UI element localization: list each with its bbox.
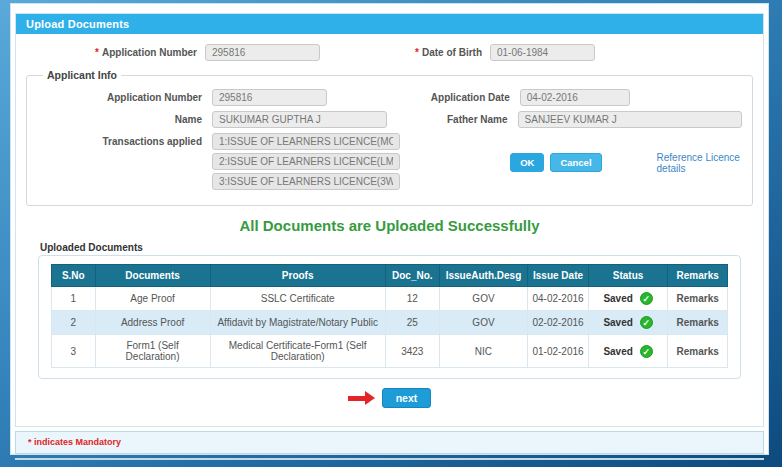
status-saved-text: Saved [603, 293, 632, 304]
cell-issue-date: 01-02-2016 [528, 335, 589, 368]
uploaded-documents-box: S.No Documents Proofs Doc_No. IssueAuth.… [38, 255, 741, 379]
table-row: 3 Form1 (Self Declaration) Medical Certi… [52, 335, 728, 368]
top-fields-row: *Application Number *Date of Birth [30, 44, 749, 61]
success-message: All Documents are Uploaded Successfully [30, 217, 749, 234]
transactions-label: Transactions applied [37, 133, 212, 190]
column-header-issue-auth: IssueAuth.Desg [439, 265, 527, 287]
document-link[interactable]: Form1 (Self Declaration) [95, 335, 210, 368]
dob-label: *Date of Birth [380, 47, 490, 58]
transaction-item-2[interactable] [212, 153, 400, 170]
saved-check-icon: ✓ [640, 292, 653, 305]
page-background: { "colors": { "frame_gradient_top": "#5a… [0, 0, 782, 467]
dob-input[interactable] [490, 44, 595, 61]
app-number-label: Application Number [37, 89, 212, 106]
transaction-item-1[interactable] [212, 133, 400, 150]
card-body: *Application Number *Date of Birth Appli… [16, 34, 763, 426]
dob-group: *Date of Birth [320, 44, 595, 61]
proof-link[interactable]: Medical Certificate-Form1 (Self Declarat… [210, 335, 385, 368]
cell-sno: 2 [52, 311, 96, 335]
empty-footer-panel [15, 458, 764, 460]
cell-doc-no: 25 [385, 311, 439, 335]
column-header-doc-no: Doc_No. [385, 265, 439, 287]
column-header-documents: Documents [95, 265, 210, 287]
column-header-issue-date: Issue Date [528, 265, 589, 287]
app-number-input[interactable] [212, 89, 327, 106]
mandatory-note: * indicates Mandatory [15, 431, 764, 454]
application-number-label: *Application Number [30, 47, 205, 58]
uploaded-documents-table: S.No Documents Proofs Doc_No. IssueAuth.… [51, 264, 728, 368]
cancel-button[interactable]: Cancel [550, 153, 601, 172]
proof-link[interactable]: Affidavit by Magistrate/Notary Public [210, 311, 385, 335]
cell-status: Saved✓ [588, 287, 667, 311]
saved-check-icon: ✓ [640, 345, 653, 358]
required-asterisk: * [415, 47, 419, 58]
cell-issue-auth: NIC [439, 335, 527, 368]
document-link[interactable]: Address Proof [95, 311, 210, 335]
cell-sno: 1 [52, 287, 96, 311]
ok-button[interactable]: OK [510, 153, 544, 172]
remarks-button[interactable]: Remarks [668, 311, 728, 335]
upload-documents-card: Upload Documents *Application Number *Da… [15, 13, 764, 427]
fieldset-row-1: Application Number Application Date [37, 89, 742, 106]
transaction-item-3[interactable] [212, 173, 400, 190]
required-asterisk: * [95, 47, 99, 58]
saved-check-icon: ✓ [640, 316, 653, 329]
fieldset-row-3: Transactions applied OK Cancel Referenc [37, 133, 742, 190]
table-row: 1 Age Proof SSLC Certificate 12 GOV 04-0… [52, 287, 728, 311]
cell-status: Saved✓ [588, 335, 667, 368]
status-saved-text: Saved [603, 346, 632, 357]
next-button-row: next [30, 388, 749, 408]
ok-cancel-row: OK Cancel Reference Licence details [510, 133, 742, 190]
column-header-sno: S.No [52, 265, 96, 287]
card-title: Upload Documents [16, 14, 763, 34]
reference-licence-details-link[interactable]: Reference Licence details [657, 152, 742, 174]
app-date-input[interactable] [520, 89, 630, 106]
name-input[interactable] [212, 111, 387, 128]
application-number-group: *Application Number [30, 44, 320, 61]
cell-status: Saved✓ [588, 311, 667, 335]
remarks-button[interactable]: Remarks [668, 335, 728, 368]
cell-issue-date: 04-02-2016 [528, 287, 589, 311]
cell-issue-auth: GOV [439, 311, 527, 335]
table-row: 2 Address Proof Affidavit by Magistrate/… [52, 311, 728, 335]
buttons-spacer [425, 133, 510, 190]
column-header-remarks: Remarks [668, 265, 728, 287]
applicant-info-fieldset: Applicant Info Application Number Applic… [26, 69, 753, 206]
page-frame: Upload Documents *Application Number *Da… [10, 3, 769, 455]
table-header-row: S.No Documents Proofs Doc_No. IssueAuth.… [52, 265, 728, 287]
cell-doc-no: 12 [385, 287, 439, 311]
red-arrow-icon [348, 391, 375, 405]
uploaded-documents-label: Uploaded Documents [40, 242, 749, 253]
father-name-label: Father Name [425, 111, 518, 128]
proof-link[interactable]: SSLC Certificate [210, 287, 385, 311]
document-link[interactable]: Age Proof [95, 287, 210, 311]
next-button[interactable]: next [382, 388, 432, 408]
name-label: Name [37, 111, 212, 128]
fieldset-row-2: Name Father Name [37, 111, 742, 128]
applicant-info-legend: Applicant Info [43, 69, 121, 81]
application-number-input[interactable] [205, 44, 320, 61]
app-date-label: Application Date [425, 89, 520, 106]
remarks-button[interactable]: Remarks [668, 287, 728, 311]
transactions-list [212, 133, 400, 190]
cell-doc-no: 3423 [385, 335, 439, 368]
cell-issue-date: 02-02-2016 [528, 311, 589, 335]
father-name-input[interactable] [518, 111, 742, 128]
status-saved-text: Saved [603, 317, 632, 328]
column-header-status: Status [588, 265, 667, 287]
cell-issue-auth: GOV [439, 287, 527, 311]
column-header-proofs: Proofs [210, 265, 385, 287]
cell-sno: 3 [52, 335, 96, 368]
